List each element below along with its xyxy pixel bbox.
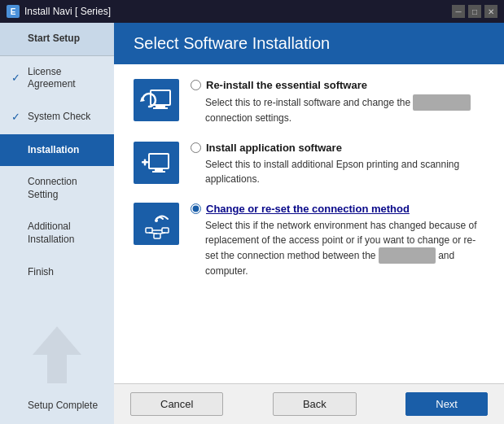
change-connection-radio[interactable] (191, 203, 201, 214)
check-icon-system: ✓ (11, 111, 23, 125)
sidebar-item-setup-complete[interactable]: Setup Complete (0, 390, 114, 424)
install-app-text: Install application software Select this… (191, 142, 484, 186)
sidebar-item-installation[interactable]: Installation (0, 134, 114, 167)
cancel-button[interactable]: Cancel (130, 392, 223, 416)
sidebar-label-system-check: System Check (28, 111, 90, 124)
footer: Cancel Back Next (114, 383, 504, 424)
svg-rect-1 (151, 90, 170, 105)
svg-rect-2 (156, 105, 165, 107)
reinstall-icon-box (134, 79, 179, 121)
content-header: Select Software Installation (114, 23, 504, 64)
sidebar-spacer (0, 288, 114, 326)
option-install-app: Install application software Select this… (134, 142, 484, 186)
option-reinstall: Re-install the essential software Select… (134, 79, 484, 125)
page-title: Select Software Installation (134, 34, 330, 52)
sidebar-item-connection-setting[interactable]: Connection Setting (0, 166, 114, 211)
down-arrow-icon (33, 326, 81, 383)
reinstall-desc-after: connection settings. (205, 112, 291, 124)
svg-rect-6 (155, 168, 163, 171)
svg-rect-5 (149, 154, 169, 168)
sidebar-label-connection-setting: Connection Setting (28, 176, 103, 201)
change-connection-desc: Select this if the network environment h… (191, 218, 484, 278)
change-blurred: XXXXXXXX (379, 247, 436, 264)
sidebar-label-finish: Finish (28, 266, 54, 279)
sidebar-item-license[interactable]: ✓ License Agreement (0, 56, 114, 101)
sidebar-label-installation: Installation (28, 144, 79, 157)
svg-marker-0 (33, 326, 81, 383)
check-icon-license: ✓ (11, 72, 23, 85)
sidebar-item-start-setup[interactable]: Start Setup (0, 23, 114, 56)
titlebar: E Install Navi [ Series] ─ □ ✕ (0, 0, 504, 23)
reinstall-radio[interactable] (191, 80, 201, 90)
close-button[interactable]: ✕ (484, 5, 497, 18)
reinstall-icon (139, 84, 173, 116)
back-button[interactable]: Back (273, 392, 357, 416)
install-app-radio-row: Install application software (191, 142, 484, 154)
sidebar-label-license: License Agreement (28, 66, 103, 91)
main-container: Start Setup ✓ License Agreement ✓ System… (0, 23, 504, 424)
reinstall-text: Re-install the essential software Select… (191, 79, 484, 125)
reinstall-desc-before: Select this to re-install software and c… (205, 97, 413, 108)
install-app-radio[interactable] (191, 142, 201, 153)
svg-line-15 (149, 233, 157, 234)
next-button[interactable]: Next (405, 392, 488, 416)
svg-rect-14 (162, 228, 169, 233)
install-app-icon-box (134, 142, 179, 184)
install-app-icon (139, 146, 173, 179)
install-app-label[interactable]: Install application software (206, 142, 342, 154)
change-connection-text: Change or re-set the connection method S… (191, 203, 484, 278)
maximize-button[interactable]: □ (468, 5, 481, 18)
content-area: Select Software Installation (114, 23, 504, 424)
reinstall-blurred: XXXXXXXX (413, 94, 470, 111)
sidebar-item-system-check[interactable]: ✓ System Check (0, 101, 114, 134)
titlebar-title: Install Navi [ Series] (24, 6, 452, 17)
arrow-container (0, 326, 114, 390)
change-connection-label[interactable]: Change or re-set the connection method (206, 203, 410, 215)
svg-point-11 (155, 219, 158, 222)
install-app-desc: Select this to install additional Epson … (191, 157, 484, 186)
reinstall-desc: Select this to re-install software and c… (191, 94, 484, 125)
sidebar-item-finish[interactable]: Finish (0, 256, 114, 289)
svg-line-16 (160, 233, 165, 234)
reinstall-radio-row: Re-install the essential software (191, 79, 484, 91)
svg-rect-13 (154, 234, 160, 238)
window-controls: ─ □ ✕ (452, 5, 497, 18)
sidebar-item-additional-installation[interactable]: Additional Installation (0, 211, 114, 256)
change-connection-icon-box (134, 203, 179, 245)
reinstall-label[interactable]: Re-install the essential software (206, 79, 367, 91)
svg-rect-10 (144, 160, 147, 166)
sidebar-label-additional: Additional Installation (28, 221, 103, 246)
svg-rect-12 (146, 228, 152, 233)
minimize-button[interactable]: ─ (452, 5, 465, 18)
content-body: Re-install the essential software Select… (114, 64, 504, 383)
sidebar-label-setup-complete: Setup Complete (28, 400, 98, 413)
option-change-connection: Change or re-set the connection method S… (134, 203, 484, 278)
change-connection-icon (139, 208, 173, 240)
svg-rect-7 (152, 171, 165, 173)
install-app-desc-text: Select this to install additional Epson … (205, 159, 459, 185)
app-icon: E (7, 5, 20, 18)
sidebar-label-start-setup: Start Setup (28, 33, 80, 46)
change-connection-radio-row: Change or re-set the connection method (191, 203, 484, 215)
sidebar: Start Setup ✓ License Agreement ✓ System… (0, 23, 114, 424)
svg-rect-3 (153, 107, 168, 109)
